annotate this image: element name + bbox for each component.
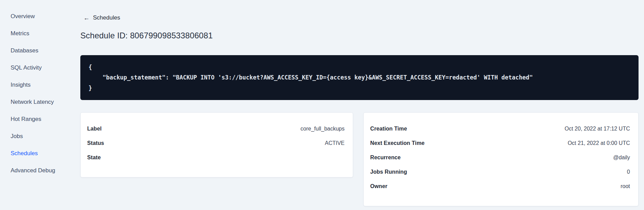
row-label: State (87, 155, 101, 161)
schedule-timing-card: Creation Time Oct 20, 2022 at 17:12 UTC … (363, 112, 639, 206)
code-line: } (89, 83, 630, 93)
detail-row-jobs-running: Jobs Running 0 (370, 165, 630, 179)
backup-statement-code-block: { "backup_statement": "BACKUP INTO 's3:/… (80, 55, 639, 100)
sidebar-item-overview[interactable]: Overview (0, 8, 68, 25)
row-label: Label (87, 126, 102, 132)
back-to-schedules-link[interactable]: ← Schedules (83, 14, 120, 21)
row-value: 0 (627, 169, 630, 175)
sidebar-item-jobs[interactable]: Jobs (0, 128, 68, 145)
row-label: Owner (370, 183, 387, 189)
row-value: Oct 20, 2022 at 17:12 UTC (565, 126, 630, 132)
code-line: "backup_statement": "BACKUP INTO 's3://b… (89, 72, 630, 83)
detail-row-status: Status ACTIVE (87, 136, 345, 150)
detail-row-creation-time: Creation Time Oct 20, 2022 at 17:12 UTC (370, 122, 630, 136)
code-line: { (89, 62, 630, 72)
sidebar-item-insights[interactable]: Insights (0, 76, 68, 94)
detail-row-recurrence: Recurrence @daily (370, 150, 630, 165)
sidebar-item-metrics[interactable]: Metrics (0, 25, 68, 42)
sidebar-item-advanced-debug[interactable]: Advanced Debug (0, 162, 68, 179)
back-arrow-icon: ← (83, 15, 90, 21)
sidebar-item-network-latency[interactable]: Network Latency (0, 94, 68, 111)
row-label: Status (87, 140, 104, 146)
detail-row-label: Label core_full_backups (87, 122, 345, 136)
row-value: root (620, 183, 630, 189)
detail-row-next-execution-time: Next Execution Time Oct 21, 2022 at 0:00… (370, 136, 630, 150)
row-value: ACTIVE (325, 140, 345, 146)
row-label: Jobs Running (370, 169, 407, 175)
sidebar: Overview Metrics Databases SQL Activity … (0, 0, 68, 210)
row-value: Oct 21, 2022 at 0:00 UTC (568, 140, 630, 146)
back-link-label: Schedules (93, 14, 120, 21)
row-label: Creation Time (370, 126, 407, 132)
summary-cards-row: Label core_full_backups Status ACTIVE St… (80, 112, 639, 206)
sidebar-item-databases[interactable]: Databases (0, 42, 68, 59)
schedule-detail-page: ← Schedules Schedule ID: 806799098533806… (80, 0, 639, 206)
detail-row-owner: Owner root (370, 179, 630, 194)
sidebar-item-hot-ranges[interactable]: Hot Ranges (0, 111, 68, 128)
row-label: Next Execution Time (370, 140, 425, 146)
row-value: core_full_backups (300, 126, 345, 132)
sidebar-item-schedules[interactable]: Schedules (0, 145, 68, 162)
schedule-details-card: Label core_full_backups Status ACTIVE St… (80, 112, 353, 177)
detail-row-state: State (87, 150, 345, 165)
sidebar-item-sql-activity[interactable]: SQL Activity (0, 59, 68, 76)
page-title: Schedule ID: 806799098533806081 (80, 31, 639, 40)
row-value: @daily (613, 155, 630, 161)
row-label: Recurrence (370, 155, 401, 161)
